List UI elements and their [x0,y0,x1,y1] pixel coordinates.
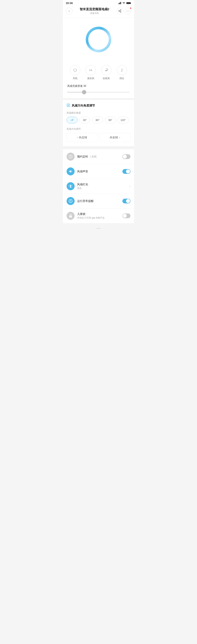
sound-setting: 风扇声音 [63,164,134,179]
childlock-toggle-wrap [122,214,130,218]
svg-rect-3 [121,2,121,4]
speed-section: 风扇无级变速 35 [67,84,130,94]
direct-wind-icon [88,68,93,72]
svg-rect-6 [130,2,131,4]
direct-wind-button[interactable]: 直吹风 [86,65,96,80]
svg-rect-5 [127,2,130,4]
angle-opt-60[interactable]: 60° [92,117,103,123]
light-info: 风扇灯光 亮光 [77,183,127,190]
bottom-hint: — [63,223,134,233]
control-buttons: 开机 直吹风 自然风 2 挡位 [67,65,130,80]
angle-opt-90[interactable]: 90° [105,117,116,123]
light-icon [68,184,73,188]
sound-icon-wrap [67,168,75,176]
light-setting[interactable]: 风扇灯光 亮光 › [63,179,134,194]
schedule-toggle[interactable] [122,154,130,159]
alert-title: 运行异常提醒 [77,200,120,203]
svg-rect-2 [120,2,120,4]
svg-line-11 [119,10,120,11]
back-button[interactable]: ‹ [66,8,72,14]
controls-section: 开机 直吹风 自然风 2 挡位 [63,62,134,98]
schedule-badge: | 关闭 [90,155,96,158]
alert-icon-wrap [67,197,75,205]
header: ‹ 智米直流变频落地扇2 设备关机 ··· [63,5,134,18]
childlock-title: 儿童锁 [77,212,120,216]
alert-toggle-wrap [122,199,130,204]
wifi-icon [122,2,126,4]
slider-track [67,92,130,92]
turn-left-button[interactable]: ‹ 向左转 [67,133,97,142]
turn-right-label: 向右转 [110,136,118,139]
alert-toggle[interactable] [122,199,130,204]
more-button[interactable]: ··· [125,8,131,14]
power-button[interactable]: 开机 [70,65,80,80]
back-icon: ‹ [69,9,69,12]
schedule-toggle-wrap [122,154,130,159]
schedule-icon-wrap [67,152,75,161]
power-ring[interactable] [86,27,111,52]
direct-wind-icon-wrap [86,65,96,75]
status-bar: 20:06 [63,0,134,5]
notification-dot [130,8,131,9]
divider-1 [63,98,134,100]
natural-wind-icon [104,68,109,72]
sound-toggle-wrap [122,169,130,174]
divider-2 [63,146,134,148]
childlock-toggle-knob [123,214,127,218]
childlock-toggle[interactable] [122,214,130,218]
direction-buttons: ‹ 向左转 向右转 › [67,133,130,142]
svg-marker-14 [69,170,71,173]
angle-heading-text: 风扇方向角度调节 [72,104,95,108]
sound-info: 风扇声音 [77,170,120,173]
schedule-setting: 预约定时 | 关闭 [63,149,134,164]
natural-wind-label: 自然风 [103,77,110,80]
svg-rect-1 [119,3,120,4]
light-title: 风扇灯光 [77,183,127,186]
light-subtitle: 亮光 [77,187,127,190]
status-icons [118,2,131,4]
slider-thumb[interactable] [82,90,86,94]
svg-point-7 [120,10,121,10]
direct-wind-label: 直吹风 [87,77,94,80]
svg-point-15 [70,185,71,186]
gear-label: 挡位 [120,77,124,80]
more-icon: ··· [126,9,130,13]
swing-label: 风扇摆头角度 [67,111,130,114]
angle-opt-30[interactable]: 30° [79,117,90,123]
device-status: 设备关机 [72,12,117,15]
share-button[interactable] [117,8,123,14]
signal-icon [118,2,121,4]
childlock-subtitle: 开启后,只可用 app 控制产品 [77,216,120,220]
share-icon [118,9,122,12]
natural-wind-button[interactable]: 自然风 [101,65,111,80]
natural-wind-icon-wrap [101,65,111,75]
alert-info: 运行异常提醒 [77,200,120,203]
gear-value: 2 [121,68,123,72]
sound-toggle-knob [126,170,130,174]
svg-line-10 [119,11,120,12]
right-arrow-icon: › [119,136,120,139]
svg-point-8 [119,10,120,12]
power-label: 开机 [73,77,77,80]
schedule-title: 预约定时 | 关闭 [77,155,120,158]
gear-icon-wrap: 2 [117,65,127,75]
sound-title: 风扇声音 [77,170,120,173]
svg-point-21 [70,216,71,217]
speed-label: 风扇无级变速 35 [67,84,130,88]
chevron-right-icon: › [129,184,130,188]
power-icon-wrap [70,65,80,75]
angle-opt-off[interactable]: off [67,117,77,123]
alert-setting: 运行异常提醒 [63,194,134,208]
turn-right-button[interactable]: 向右转 › [100,133,130,142]
childlock-icon-wrap [67,212,75,220]
schedule-toggle-knob [123,154,127,158]
speed-slider[interactable] [67,90,130,94]
sound-toggle[interactable] [122,169,130,174]
gear-button[interactable]: 2 挡位 [117,65,127,80]
light-chevron: › [129,184,130,188]
page-title: 智米直流变频落地扇2 [72,7,117,11]
svg-rect-0 [118,3,119,4]
sound-icon [68,169,73,174]
turn-left-label: 向左转 [79,136,87,139]
angle-opt-120[interactable]: 120° [118,117,129,123]
